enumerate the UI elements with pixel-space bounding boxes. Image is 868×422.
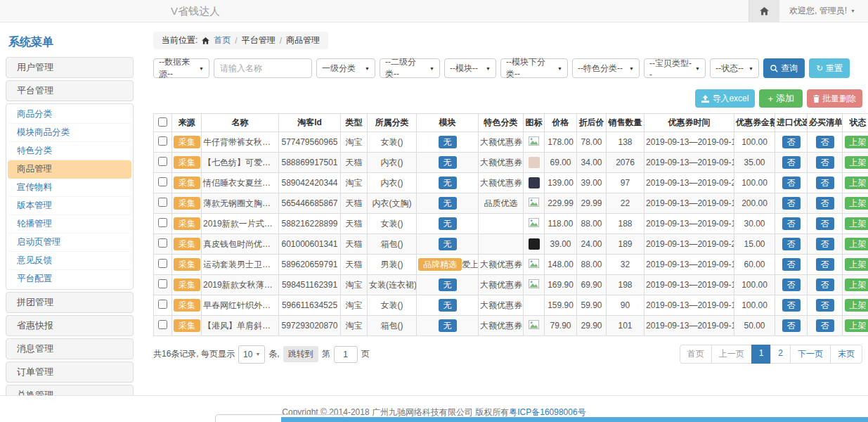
pager-button-5[interactable]: 末页 bbox=[830, 345, 862, 364]
module-badge[interactable]: 无 bbox=[439, 136, 457, 148]
status-toggle[interactable]: 上架 bbox=[845, 279, 868, 291]
column-header-4: 所属分类 bbox=[368, 114, 417, 132]
must-buy-toggle[interactable]: 否 bbox=[816, 319, 834, 332]
filter-select-module-subcategory[interactable]: --模块下分类--▼ bbox=[500, 58, 568, 78]
sidebar-item-10[interactable]: 意见反馈 bbox=[8, 252, 131, 270]
status-toggle[interactable]: 上架 bbox=[845, 197, 868, 210]
import-select-toggle[interactable]: 否 bbox=[782, 258, 801, 271]
filter-select-data-source[interactable]: --数据来源--▼ bbox=[153, 58, 209, 78]
category-cell: 女装() bbox=[368, 214, 417, 234]
sidebar-item-2[interactable]: 商品分类 bbox=[8, 106, 131, 124]
must-buy-toggle[interactable]: 否 bbox=[816, 299, 834, 312]
status-toggle[interactable]: 上架 bbox=[845, 299, 868, 312]
filter-select-level1-category[interactable]: 一级分类▼ bbox=[316, 58, 375, 78]
page-number-input[interactable] bbox=[334, 346, 358, 363]
pager-button-3[interactable]: 2 bbox=[770, 345, 791, 364]
row-checkbox[interactable] bbox=[158, 259, 167, 268]
sidebar-item-15[interactable]: 订单管理 bbox=[6, 362, 134, 383]
status-toggle[interactable]: 上架 bbox=[845, 238, 868, 250]
must-buy-toggle[interactable]: 否 bbox=[816, 156, 834, 169]
module-badge[interactable]: 无 bbox=[439, 197, 457, 210]
sidebar-item-7[interactable]: 版本管理 bbox=[8, 197, 131, 215]
import-select-toggle[interactable]: 否 bbox=[782, 238, 801, 250]
import-select-toggle[interactable]: 否 bbox=[782, 177, 801, 189]
row-checkbox[interactable] bbox=[158, 157, 167, 166]
row-checkbox[interactable] bbox=[158, 320, 167, 329]
sidebar-item-14[interactable]: 消息管理 bbox=[6, 338, 134, 359]
sidebar-item-1[interactable]: 平台管理 bbox=[6, 80, 134, 101]
jump-to-button[interactable]: 跳转到 bbox=[283, 346, 318, 362]
status-toggle[interactable]: 上架 bbox=[845, 319, 868, 332]
module-badge[interactable]: 无 bbox=[439, 156, 457, 169]
sidebar-item-3[interactable]: 模块商品分类 bbox=[8, 124, 131, 142]
must-buy-toggle[interactable]: 否 bbox=[816, 177, 834, 189]
status-toggle[interactable]: 上架 bbox=[845, 217, 868, 230]
must-buy-toggle[interactable]: 否 bbox=[816, 197, 834, 210]
filter-select-feature-category[interactable]: --特色分类--▼ bbox=[572, 58, 640, 78]
breadcrumb-home-link[interactable]: 首页 bbox=[214, 34, 231, 46]
taoke-id-cell: 588869917501 bbox=[279, 153, 341, 173]
sidebar-item-9[interactable]: 启动页管理 bbox=[8, 234, 131, 252]
row-checkbox[interactable] bbox=[158, 177, 167, 186]
select-all-checkbox[interactable] bbox=[158, 117, 167, 127]
sidebar-item-6[interactable]: 宣传物料 bbox=[8, 179, 131, 197]
filter-select-status[interactable]: --状态--▼ bbox=[710, 58, 759, 78]
row-checkbox[interactable] bbox=[158, 300, 167, 309]
import-select-toggle[interactable]: 否 bbox=[782, 319, 801, 332]
pager-button-0[interactable]: 首页 bbox=[680, 345, 712, 364]
must-buy-toggle[interactable]: 否 bbox=[816, 279, 834, 291]
row-checkbox[interactable] bbox=[158, 218, 167, 227]
module-badge[interactable]: 品牌精选 bbox=[418, 258, 462, 271]
sidebar-item-8[interactable]: 轮播管理 bbox=[8, 215, 131, 234]
row-checkbox[interactable] bbox=[158, 238, 167, 248]
reset-button[interactable]: ↻ 重置 bbox=[809, 58, 850, 78]
name-filter-input[interactable] bbox=[214, 58, 312, 78]
import-select-toggle[interactable]: 否 bbox=[782, 197, 801, 210]
home-button[interactable] bbox=[749, 0, 779, 22]
add-button[interactable]: + 添加 bbox=[759, 89, 803, 108]
import-excel-button[interactable]: 导入excel bbox=[695, 89, 755, 108]
sidebar-item-0[interactable]: 用户管理 bbox=[6, 57, 134, 78]
filter-select-module[interactable]: --模块--▼ bbox=[444, 58, 496, 78]
pager-button-4[interactable]: 下一页 bbox=[790, 345, 831, 364]
status-toggle[interactable]: 上架 bbox=[845, 156, 868, 169]
query-button[interactable]: 查询 bbox=[763, 58, 805, 78]
sidebar-item-12[interactable]: 拼团管理 bbox=[6, 292, 134, 313]
sidebar-item-4[interactable]: 特色分类 bbox=[8, 142, 131, 160]
import-select-toggle[interactable]: 否 bbox=[782, 217, 801, 230]
module-badge[interactable]: 无 bbox=[439, 217, 457, 230]
import-select-toggle[interactable]: 否 bbox=[782, 156, 801, 169]
sidebar-item-13[interactable]: 省惠快报 bbox=[6, 315, 134, 336]
module-badge[interactable]: 无 bbox=[439, 279, 457, 291]
row-checkbox[interactable] bbox=[158, 136, 167, 146]
import-select-toggle[interactable]: 否 bbox=[782, 136, 801, 148]
pager-button-2[interactable]: 1 bbox=[751, 345, 772, 364]
icon-cell bbox=[524, 153, 545, 173]
module-badge[interactable]: 无 bbox=[439, 319, 457, 332]
status-toggle[interactable]: 上架 bbox=[845, 136, 868, 148]
import-select-toggle[interactable]: 否 bbox=[782, 279, 801, 291]
module-badge[interactable]: 无 bbox=[439, 299, 457, 312]
module-badge[interactable]: 无 bbox=[439, 177, 457, 189]
sidebar-item-16[interactable]: 兑换管理 bbox=[6, 385, 134, 395]
pager-button-1[interactable]: 上一页 bbox=[711, 345, 752, 364]
user-menu[interactable]: 欢迎您, 管理员! ▼ bbox=[779, 0, 868, 22]
sidebar-item-11[interactable]: 平台配置 bbox=[8, 270, 131, 288]
row-checkbox[interactable] bbox=[158, 198, 167, 207]
must-buy-toggle[interactable]: 否 bbox=[816, 238, 834, 250]
batch-delete-button[interactable]: 批量删除 bbox=[807, 89, 862, 108]
must-buy-toggle[interactable]: 否 bbox=[816, 217, 834, 230]
sidebar-item-5[interactable]: 商品管理 bbox=[8, 160, 131, 179]
must-buy-toggle[interactable]: 否 bbox=[816, 136, 834, 148]
filter-select-item-type[interactable]: --宝贝类型--▼ bbox=[644, 58, 706, 78]
status-toggle[interactable]: 上架 bbox=[845, 177, 868, 189]
type-cell: 淘宝 bbox=[341, 275, 368, 295]
status-toggle[interactable]: 上架 bbox=[845, 258, 868, 271]
row-checkbox[interactable] bbox=[158, 279, 167, 288]
import-select-toggle[interactable]: 否 bbox=[782, 299, 801, 312]
module-badge[interactable]: 无 bbox=[439, 238, 457, 250]
filter-select-level2-category[interactable]: --二级分类--▼ bbox=[380, 58, 440, 78]
per-page-select[interactable]: 10 ▼ bbox=[238, 345, 265, 364]
icp-link[interactable]: 粤ICP备16098006号 bbox=[509, 407, 585, 417]
must-buy-toggle[interactable]: 否 bbox=[816, 258, 834, 271]
